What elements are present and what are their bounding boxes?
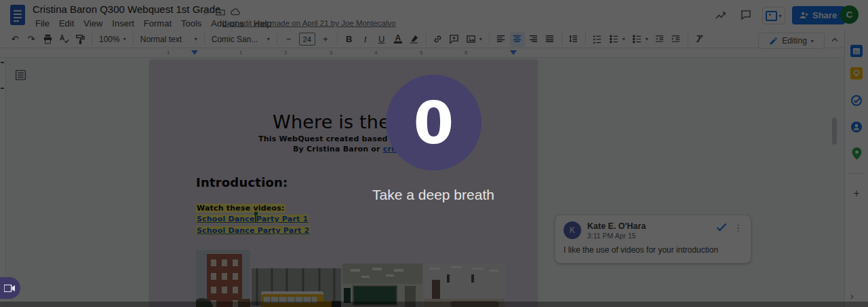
countdown-message: Take a deep breath <box>298 187 569 203</box>
countdown-circle: 0 <box>386 75 481 170</box>
bottom-edge-strip <box>0 302 868 307</box>
google-docs-window: Cristina Baron Q300 Webquest 1st Grade ☆… <box>0 0 868 307</box>
video-camera-icon <box>4 285 15 292</box>
countdown-number: 0 <box>414 94 454 152</box>
